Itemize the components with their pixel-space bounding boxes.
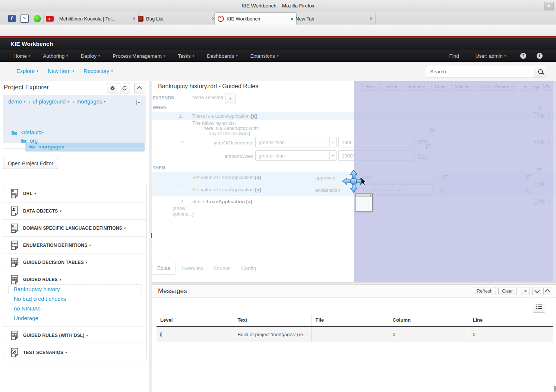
window-close-button[interactable]: ×: [544, 2, 554, 10]
user-label: User: admin: [476, 53, 503, 59]
toolbar-explore[interactable]: Explore▾: [16, 68, 38, 74]
scrollbar-thumb[interactable]: [554, 386, 556, 392]
toolbar-label: New Item: [48, 68, 70, 74]
tab-config[interactable]: Config: [241, 265, 256, 271]
pinned-tab-notes[interactable]: ✎: [18, 13, 31, 24]
asset-category-list: R DRL▾ DATA OBJECTS▾ R DOMAIN SPECIFIC L…: [3, 185, 147, 360]
tab-mehilainen[interactable]: Mehiläinen Kouvola | Toi... ×: [56, 13, 139, 25]
settings-button[interactable]: [107, 83, 118, 93]
col-level[interactable]: Level: [157, 314, 234, 326]
col-column[interactable]: Column: [389, 314, 469, 326]
action-text[interactable]: Set value of LoanApplication [a]: [192, 187, 261, 192]
chevron-down-icon: [534, 288, 540, 293]
vertical-splitter[interactable]: [149, 81, 152, 392]
tab-kie-workbench[interactable]: KIE Workbench ×: [214, 12, 297, 25]
user-menu[interactable]: User: admin▾: [476, 53, 506, 59]
nav-process-management[interactable]: Process Management▾: [113, 53, 165, 59]
col-text[interactable]: Text: [234, 314, 312, 326]
nav-find[interactable]: Find: [449, 53, 459, 59]
divider: [3, 148, 146, 149]
category-guided-rules-with-dsl[interactable]: GUIDED RULES (WITH DSL)▾: [3, 326, 146, 344]
asset-no-bad-credit-checks[interactable]: No bad credit checks: [14, 296, 66, 302]
category-data-objects[interactable]: DATA OBJECTS▾: [3, 202, 146, 220]
tab-title: KIE Workbench: [227, 16, 288, 22]
delete-action[interactable]: delete LoanApplication [a]: [192, 199, 252, 204]
operator-select[interactable]: greater than▾: [255, 137, 337, 147]
toolbar-new-item[interactable]: New Item▾: [48, 68, 74, 74]
show-options-link[interactable]: (show options...): [173, 205, 196, 217]
exists-line: any of the following:: [209, 131, 252, 136]
tree-item-label: <default>: [20, 130, 43, 136]
toolbar-label: Repository: [83, 68, 109, 74]
tree-item-mortgages[interactable]: mortgages: [29, 144, 64, 150]
kie-search: [426, 66, 547, 77]
asset-bankruptcy-history[interactable]: Bankruptcy history: [14, 286, 60, 292]
pinned-tab-youtube[interactable]: ▶: [44, 13, 56, 24]
panel-title: Messages: [158, 287, 187, 295]
tab-new-tab[interactable]: New Tab ×: [293, 13, 376, 25]
category-enumeration-definitions[interactable]: ENUMERATION DEFINITIONS▾: [3, 236, 146, 254]
condition-pattern[interactable]: There is a LoanApplication [a]: [192, 113, 257, 119]
close-panel-button[interactable]: ×: [521, 287, 530, 295]
col-file[interactable]: File: [312, 314, 389, 326]
kie-search-input[interactable]: [426, 66, 534, 77]
check-document-icon: [10, 348, 19, 357]
tree-item-default[interactable]: <default>: [11, 130, 43, 136]
operator-select[interactable]: greater than▾: [255, 150, 337, 161]
tab-editor[interactable]: Editor: [152, 262, 176, 275]
nav-home[interactable]: Home▾: [13, 53, 31, 59]
nav-deploy[interactable]: Deploy▾: [81, 53, 100, 59]
tab-close-icon[interactable]: ×: [370, 16, 372, 21]
extends-dropdown-button[interactable]: ▾: [225, 93, 236, 104]
collapse-panel-button[interactable]: [543, 287, 552, 295]
toolbar-repository[interactable]: Repository▾: [83, 68, 113, 74]
chevron-down-icon[interactable]: ▾: [104, 100, 106, 103]
category-dsl-definitions[interactable]: R DOMAIN SPECIFIC LANGUAGE DEFINITIONS▾: [3, 219, 146, 237]
pinned-tab-facebook[interactable]: f: [6, 13, 18, 24]
asset-no-ninjas[interactable]: no NINJAs: [14, 305, 41, 312]
tree-item-org[interactable]: org: [20, 138, 38, 144]
nav-extensions[interactable]: Extensions▾: [250, 53, 279, 59]
tab-source[interactable]: Source: [213, 265, 230, 271]
cell-level: i: [157, 326, 234, 342]
breadcrumb-org-unit[interactable]: demo: [8, 99, 22, 105]
clear-button[interactable]: Clear: [498, 287, 516, 295]
tab-overview[interactable]: Overview: [181, 265, 203, 271]
collapse-tree-icon[interactable]: [136, 100, 142, 105]
nav-tasks[interactable]: Tasks▾: [178, 53, 194, 59]
info-icon[interactable]: i: [537, 53, 543, 59]
nav-authoring[interactable]: Authoring▾: [43, 53, 68, 59]
toggle-list-view-button[interactable]: [533, 301, 545, 313]
tree-item-label: mortgages: [38, 144, 64, 150]
action-text[interactable]: Set value of LoanApplication [a]: [192, 175, 261, 180]
breadcrumb-project[interactable]: mortgages: [76, 99, 102, 105]
col-line[interactable]: Line: [469, 314, 553, 326]
chevron-down-icon: ▾: [65, 351, 67, 354]
table-header-row: Level Text File Column Line: [157, 314, 553, 326]
table-row[interactable]: i Build of project 'mortgages' (re... - …: [157, 326, 553, 342]
pattern-text: There is a LoanApplication: [192, 113, 250, 119]
chevron-down-icon[interactable]: ▾: [23, 100, 25, 103]
chevron-down-icon[interactable]: ▾: [67, 100, 69, 103]
kie-search-button[interactable]: [534, 66, 547, 77]
extends-value: None selected: [192, 95, 223, 100]
refresh-button[interactable]: [119, 83, 130, 93]
nav-dashboards[interactable]: Dashboards▾: [207, 53, 237, 59]
category-drl[interactable]: R DRL▾: [3, 185, 146, 202]
asset-underage[interactable]: Underage: [14, 315, 38, 321]
nav-label: Dashboards: [207, 53, 234, 59]
open-project-editor-button[interactable]: Open Project Editor: [3, 158, 58, 169]
breadcrumb-repository[interactable]: uf-playground: [32, 99, 66, 105]
category-guided-decision-tables[interactable]: GUIDED DECISION TABLES▾: [3, 254, 146, 271]
pinned-tab-apple[interactable]: [31, 13, 44, 24]
tab-bug-list[interactable]: Bug List ×: [135, 13, 218, 25]
horizontal-splitter[interactable]: [152, 282, 556, 285]
help-icon[interactable]: ?: [520, 53, 526, 59]
refresh-button[interactable]: Refresh: [473, 287, 496, 295]
fact-binding: LoanApplication [a]: [207, 199, 252, 204]
guided-rule-editor-panel: Bankruptcy history.rdrl - Guided Rules S…: [152, 81, 556, 282]
tab-title: Mehiläinen Kouvola | Toi...: [59, 16, 130, 22]
collapse-panel-button[interactable]: [134, 83, 145, 93]
minimize-panel-button[interactable]: [532, 287, 541, 295]
category-test-scenarios[interactable]: TEST SCENARIOS▾: [3, 344, 146, 361]
